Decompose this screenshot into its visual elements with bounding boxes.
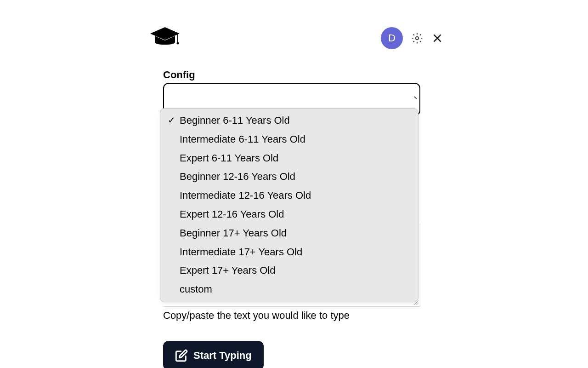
config-label: Config — [163, 69, 430, 81]
chevron-down-icon — [414, 95, 419, 100]
edit-icon — [175, 349, 188, 362]
avatar-initial: D — [388, 32, 396, 44]
dropdown-option[interactable]: Intermediate 17+ Years Old — [160, 243, 418, 262]
gear-icon[interactable] — [411, 32, 423, 44]
config-dropdown-menu: Beginner 6-11 Years Old Intermediate 6-1… — [160, 108, 418, 302]
svg-point-1 — [416, 36, 419, 40]
dropdown-option[interactable]: Intermediate 12-16 Years Old — [160, 186, 418, 205]
dropdown-option[interactable]: Expert 12-16 Years Old — [160, 205, 418, 224]
start-button-label: Start Typing — [193, 350, 252, 362]
header: D — [149, 25, 443, 51]
avatar[interactable]: D — [381, 27, 403, 49]
start-typing-button[interactable]: Start Typing — [163, 341, 264, 368]
dropdown-option[interactable]: Expert 6-11 Years Old — [160, 149, 418, 168]
svg-point-0 — [177, 42, 179, 45]
dropdown-option[interactable]: custom — [160, 280, 418, 299]
logo-icon — [149, 25, 181, 51]
dropdown-option[interactable]: Expert 17+ Years Old — [160, 261, 418, 280]
textarea-helper: Copy/paste the text you would like to ty… — [149, 310, 443, 322]
dropdown-option[interactable]: Beginner 6-11 Years Old — [160, 111, 418, 130]
dropdown-option[interactable]: Beginner 17+ Years Old — [160, 224, 418, 243]
close-icon[interactable] — [431, 32, 443, 44]
header-actions: D — [381, 27, 443, 49]
dropdown-option[interactable]: Intermediate 6-11 Years Old — [160, 130, 418, 149]
main-panel: D Config Beginner 6-11 Years Old Interme… — [149, 25, 443, 368]
svg-line-3 — [416, 303, 418, 305]
dropdown-option[interactable]: Beginner 12-16 Years Old — [160, 167, 418, 186]
